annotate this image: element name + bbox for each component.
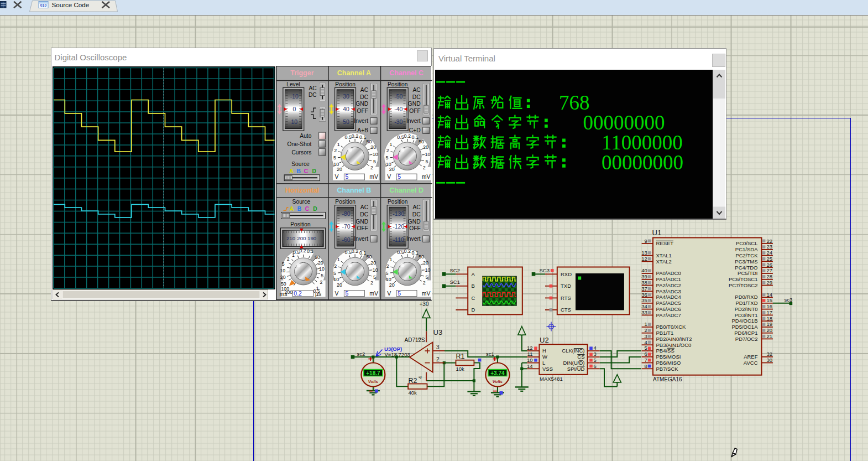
svg-text:C+D: C+D bbox=[409, 127, 421, 133]
svg-text:0.5: 0.5 bbox=[398, 134, 405, 140]
svg-text:-40: -40 bbox=[395, 106, 403, 112]
svg-text:2: 2 bbox=[334, 148, 337, 154]
svg-text:PD5/OC1A: PD5/OC1A bbox=[732, 324, 759, 330]
svg-text:D: D bbox=[472, 307, 475, 313]
svg-text:-50: -50 bbox=[395, 94, 403, 100]
svg-text:D: D bbox=[312, 168, 316, 174]
svg-text:-120: -120 bbox=[393, 224, 405, 230]
svg-text:1: 1 bbox=[337, 142, 340, 147]
svg-text:AC: AC bbox=[360, 205, 369, 211]
svg-text:0.5: 0.5 bbox=[345, 250, 352, 255]
svg-text:B: B bbox=[297, 168, 301, 174]
svg-text:PB5/MOSI: PB5/MOSI bbox=[656, 354, 681, 360]
svg-text:10: 10 bbox=[425, 267, 431, 273]
svg-text:26: 26 bbox=[767, 262, 773, 268]
svg-text:W: W bbox=[542, 354, 547, 360]
svg-text:SC1: SC1 bbox=[450, 279, 460, 285]
svg-text:2: 2 bbox=[370, 165, 373, 170]
svg-text:24: 24 bbox=[767, 250, 773, 256]
svg-text:Invert: Invert bbox=[354, 118, 369, 124]
svg-text:µs: µs bbox=[315, 291, 321, 297]
svg-text:GND: GND bbox=[356, 219, 369, 225]
svg-text:Source: Source bbox=[292, 199, 311, 205]
svg-text:A+B: A+B bbox=[358, 127, 369, 133]
svg-text:0.1: 0.1 bbox=[359, 135, 367, 141]
svg-text:-10: -10 bbox=[290, 94, 299, 100]
svg-text:PD6/ICP1: PD6/ICP1 bbox=[734, 330, 757, 336]
svg-text:0.1: 0.1 bbox=[412, 135, 419, 141]
svg-text:Horizontal: Horizontal bbox=[285, 187, 319, 195]
svg-text:MAX5481: MAX5481 bbox=[540, 376, 563, 382]
svg-text:11000000: 11000000 bbox=[602, 131, 683, 153]
svg-text:0.2: 0.2 bbox=[294, 291, 302, 297]
svg-text:PC4/TDO: PC4/TDO bbox=[735, 265, 757, 271]
svg-text:2: 2 bbox=[334, 263, 337, 269]
svg-text:20: 20 bbox=[389, 282, 395, 288]
svg-text:AREF: AREF bbox=[744, 354, 758, 360]
svg-text:2: 2 bbox=[423, 165, 426, 170]
svg-text:5: 5 bbox=[398, 291, 401, 297]
svg-text:PD1/TXD: PD1/TXD bbox=[735, 300, 757, 306]
svg-text:V: V bbox=[335, 174, 339, 180]
svg-text:Source: Source bbox=[292, 162, 310, 168]
svg-text:32: 32 bbox=[767, 351, 773, 357]
svg-text:2: 2 bbox=[645, 327, 647, 333]
svg-text:20: 20 bbox=[337, 167, 342, 172]
svg-text:5: 5 bbox=[426, 159, 428, 164]
svg-text:Position: Position bbox=[336, 199, 356, 205]
svg-text:16: 16 bbox=[767, 303, 773, 309]
svg-text:U3(OP): U3(OP) bbox=[384, 346, 402, 352]
svg-text:A: A bbox=[290, 168, 294, 174]
svg-text:29: 29 bbox=[767, 279, 773, 286]
svg-text:DC: DC bbox=[360, 211, 369, 217]
svg-text:0.1: 0.1 bbox=[307, 249, 313, 255]
svg-text:C: C bbox=[304, 168, 308, 174]
svg-text:Channel D: Channel D bbox=[390, 187, 424, 195]
svg-text:1: 1 bbox=[337, 257, 340, 262]
svg-text:sc1: sc1 bbox=[486, 351, 494, 357]
svg-text:PC7/TOSC2: PC7/TOSC2 bbox=[729, 282, 758, 288]
svg-text:CTS: CTS bbox=[561, 307, 571, 313]
svg-text:DC: DC bbox=[412, 211, 421, 217]
svg-text:PA4/ADC4: PA4/ADC4 bbox=[656, 294, 681, 300]
svg-text:50: 50 bbox=[419, 139, 424, 144]
svg-text:DC: DC bbox=[360, 94, 369, 100]
svg-text:5: 5 bbox=[373, 274, 376, 280]
svg-text:2: 2 bbox=[386, 148, 389, 154]
svg-text:190: 190 bbox=[307, 235, 317, 241]
svg-text:5: 5 bbox=[346, 174, 349, 180]
svg-text:Invert: Invert bbox=[406, 118, 421, 124]
svg-text:PA5/ADC5: PA5/ADC5 bbox=[656, 300, 681, 306]
svg-text:5: 5 bbox=[645, 345, 647, 351]
svg-text:10: 10 bbox=[280, 268, 286, 273]
svg-text:34: 34 bbox=[641, 303, 647, 309]
svg-text:200: 200 bbox=[297, 235, 307, 241]
svg-text:40: 40 bbox=[343, 106, 350, 112]
svg-text:19: 19 bbox=[767, 321, 773, 327]
svg-text:PA0/ADC0: PA0/ADC0 bbox=[656, 270, 681, 276]
svg-text:3: 3 bbox=[594, 351, 597, 357]
svg-text:One-Shot: One-Shot bbox=[287, 141, 312, 147]
svg-text:U3: U3 bbox=[433, 328, 443, 336]
svg-text:OFF: OFF bbox=[410, 108, 421, 114]
svg-text:9: 9 bbox=[645, 238, 647, 244]
svg-text:5: 5 bbox=[426, 274, 428, 280]
svg-text:4: 4 bbox=[417, 376, 423, 379]
svg-text:7: 7 bbox=[417, 337, 423, 340]
svg-text:C: C bbox=[305, 206, 310, 212]
svg-text:Position: Position bbox=[336, 81, 356, 87]
svg-text:Source Code: Source Code bbox=[52, 1, 90, 8]
svg-text:PA2/ADC2: PA2/ADC2 bbox=[656, 282, 681, 288]
svg-text:50: 50 bbox=[367, 254, 372, 260]
svg-text:D: D bbox=[313, 206, 317, 212]
svg-text:0.2: 0.2 bbox=[352, 133, 359, 139]
svg-text:0: 0 bbox=[293, 106, 296, 112]
svg-text:7: 7 bbox=[645, 357, 647, 363]
svg-text:10k: 10k bbox=[456, 366, 465, 372]
svg-text:2: 2 bbox=[423, 281, 426, 286]
svg-text:PB2/AIN0/INT2: PB2/AIN0/INT2 bbox=[656, 336, 692, 342]
svg-text:GND: GND bbox=[408, 219, 421, 225]
svg-text:U1: U1 bbox=[652, 229, 662, 237]
svg-text:OFF: OFF bbox=[357, 108, 369, 114]
svg-text:PB4/SS: PB4/SS bbox=[656, 348, 674, 354]
